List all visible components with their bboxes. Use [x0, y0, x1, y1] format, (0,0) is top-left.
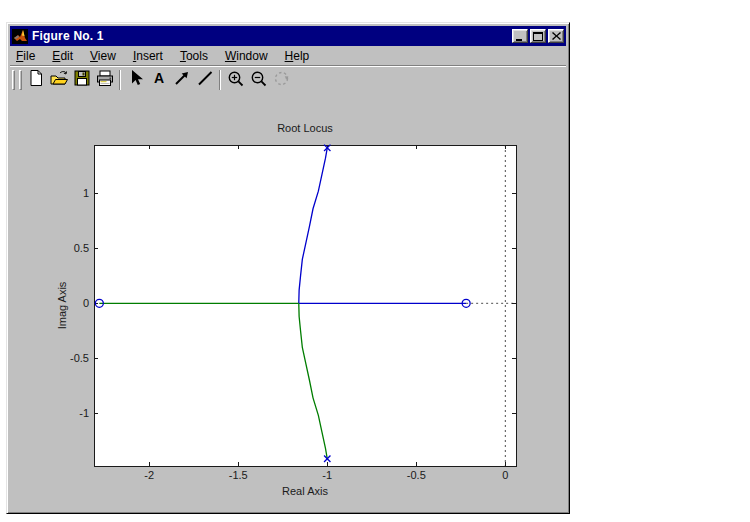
- y-tick-label: 0: [83, 297, 89, 309]
- menu-item-insert[interactable]: Insert: [133, 47, 163, 65]
- print-figure-icon: [95, 69, 115, 90]
- menu-item-tools[interactable]: Tools: [180, 47, 208, 65]
- select-arrow-icon: [128, 69, 144, 90]
- minimize-button[interactable]: [512, 29, 528, 43]
- open-file-button[interactable]: [47, 69, 70, 91]
- caption-buttons: [512, 29, 564, 43]
- add-text-button[interactable]: A: [147, 69, 170, 91]
- figure-canvas: -2-1.5-1-0.50-1-0.500.51Root LocusReal A…: [8, 91, 568, 512]
- menu-item-edit[interactable]: Edit: [52, 47, 73, 65]
- y-tick-label: 1: [83, 187, 89, 199]
- save-figure-button[interactable]: [70, 69, 93, 91]
- x-tick-label: 0: [502, 469, 508, 481]
- add-line-button[interactable]: [193, 69, 216, 91]
- zoom-in-button[interactable]: [224, 69, 247, 91]
- close-button[interactable]: [548, 29, 564, 43]
- y-axis-label: Imag Axis: [56, 281, 68, 329]
- window-title: Figure No. 1: [32, 29, 512, 43]
- matlab-logo-icon: [12, 29, 28, 44]
- open-file-icon: [49, 69, 69, 90]
- plot-title: Root Locus: [277, 122, 333, 134]
- add-text-icon: A: [151, 70, 167, 89]
- y-tick-label: -1: [79, 407, 89, 419]
- axes-box: [94, 145, 516, 466]
- x-tick-label: -1: [322, 469, 332, 481]
- toolbar-separator: [219, 70, 221, 90]
- add-arrow-button[interactable]: [170, 69, 193, 91]
- toolbar-separator: [119, 70, 121, 90]
- close-icon: [552, 32, 561, 40]
- select-arrow-button[interactable]: [124, 69, 147, 91]
- zoom-out-icon: [249, 69, 268, 91]
- maximize-button[interactable]: [530, 29, 546, 43]
- x-axis-label: Real Axis: [282, 485, 328, 497]
- toolbar-grip[interactable]: [19, 70, 22, 90]
- menu-item-help[interactable]: Help: [285, 47, 310, 65]
- zoom-in-icon: [226, 69, 245, 91]
- menu-bar: FileEditViewInsertToolsWindowHelp: [10, 47, 566, 66]
- rotate-3d-icon: [272, 69, 291, 91]
- minimize-icon: [515, 32, 525, 41]
- root-locus-plot: -2-1.5-1-0.50-1-0.500.51Root LocusReal A…: [8, 91, 568, 512]
- zoom-out-button[interactable]: [247, 69, 270, 91]
- x-tick-label: -1.5: [229, 469, 248, 481]
- menu-item-view[interactable]: View: [90, 47, 116, 65]
- add-line-icon: [196, 69, 214, 90]
- x-tick-label: -2: [144, 469, 154, 481]
- toolbar-grip[interactable]: [12, 70, 15, 90]
- new-document-button[interactable]: [24, 69, 47, 91]
- figure-window: Figure No. 1 FileEditViewInsertToolsWind…: [6, 22, 570, 514]
- title-bar[interactable]: Figure No. 1: [10, 26, 566, 46]
- rotate-3d-button: [270, 69, 293, 91]
- y-tick-label: -0.5: [70, 352, 89, 364]
- menu-item-file[interactable]: File: [16, 47, 35, 65]
- save-figure-icon: [73, 69, 91, 90]
- x-tick-label: -0.5: [407, 469, 426, 481]
- maximize-icon: [533, 32, 543, 41]
- toolbar: A: [10, 67, 566, 92]
- add-arrow-icon: [173, 69, 191, 90]
- svg-text:A: A: [153, 70, 163, 86]
- y-tick-label: 0.5: [74, 242, 89, 254]
- menu-item-window[interactable]: Window: [225, 47, 268, 65]
- new-document-icon: [27, 69, 45, 90]
- print-figure-button[interactable]: [93, 69, 116, 91]
